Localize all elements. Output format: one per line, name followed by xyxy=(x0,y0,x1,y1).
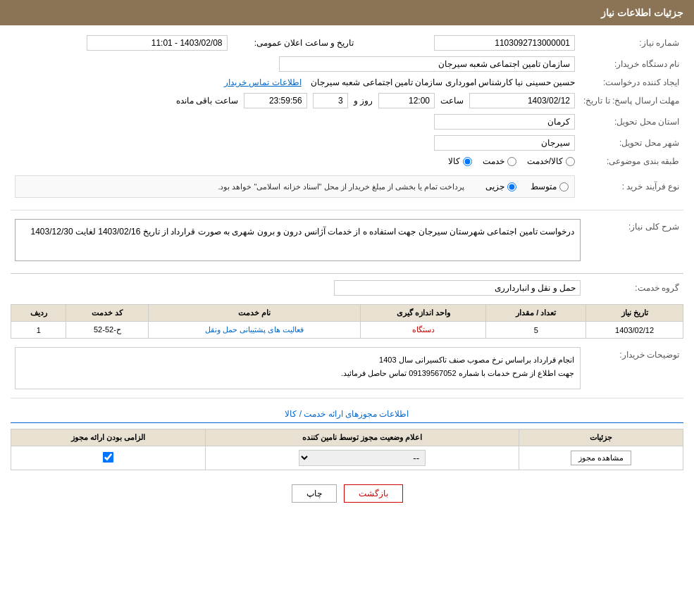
category-goods-service-option[interactable]: کالا/خدمت xyxy=(527,156,575,166)
general-desc-label: شرح کلی نیاز: xyxy=(585,216,683,264)
perm-col-required-header: الزامی بودن ارائه مجوز xyxy=(11,429,206,446)
process-radio-group: متوسط جزیی xyxy=(485,182,569,191)
deadline-remaining-label: ساعت باقی مانده xyxy=(176,96,238,106)
buyer-org-field: سازمان تامین اجتماعی شعبه سیرجان xyxy=(279,56,575,72)
date-time-value-cell: 1403/02/08 - 11:01 xyxy=(11,32,232,54)
process-partial-option[interactable]: جزیی xyxy=(485,182,516,191)
deadline-label: مهلت ارسال پاسخ: تا تاریخ: xyxy=(579,90,683,111)
description-table: شرح کلی نیاز: درخواست تامین اجتماعی شهرس… xyxy=(11,216,683,264)
need-number-field: 1103092713000001 xyxy=(434,35,575,51)
need-number-value: 1103092713000001 xyxy=(359,32,579,54)
perm-details-cell: مشاهده مجوز xyxy=(519,446,683,470)
category-service-option[interactable]: خدمت xyxy=(483,156,516,166)
city-field: سیرجان xyxy=(434,135,575,151)
category-label: طبقه بندی موضوعی: xyxy=(579,153,683,169)
service-group-label: گروه خدمت: xyxy=(585,277,683,298)
process-medium-radio[interactable] xyxy=(559,182,569,191)
perm-col-status-header: اعلام وضعیت مجوز توسط نامین کننده xyxy=(206,429,519,446)
buyer-notes-box: انجام قرارداد براساس نرخ مصوب صنف تاکسیر… xyxy=(15,347,581,389)
col-name-header: نام خدمت xyxy=(149,305,361,322)
col-code-header: کد خدمت xyxy=(66,305,149,322)
service-group-table: گروه خدمت: حمل و نقل و انباردارری xyxy=(11,277,683,298)
row1-code: ح-52-52 xyxy=(66,322,149,339)
page-title: جزئیات اطلاعات نیاز xyxy=(601,7,683,18)
buyer-notes-line1: انجام قرارداد براساس نرخ مصوب صنف تاکسیر… xyxy=(21,353,574,367)
permits-link[interactable]: اطلاعات مجوزهای ارائه خدمت / کالا xyxy=(11,406,683,423)
category-service-label: خدمت xyxy=(483,156,504,166)
province-value: کرمان xyxy=(11,111,579,132)
deadline-value: 1403/02/12 ساعت 12:00 روز و 3 23:59:56 س… xyxy=(11,90,579,111)
perm-col-details-header: جزئیات xyxy=(519,429,683,446)
province-label: استان محل تحویل: xyxy=(579,111,683,132)
city-label: شهر محل تحویل: xyxy=(579,132,683,153)
row1-qty: 5 xyxy=(486,322,586,339)
process-note-text: پرداخت تمام یا بخشی از مبلغ خریدار از مح… xyxy=(218,182,464,191)
deadline-remaining-field: 23:59:56 xyxy=(244,93,307,108)
service-group-value: حمل و نقل و انباردارری xyxy=(11,277,585,298)
process-type-value: متوسط جزیی پرداخت تمام یا بخشی از مبلغ خ… xyxy=(11,169,579,204)
process-medium-option[interactable]: متوسط xyxy=(531,182,569,191)
city-value: سیرجان xyxy=(11,132,579,153)
permits-link-container: اطلاعات مجوزهای ارائه خدمت / کالا xyxy=(11,406,683,423)
deadline-row: 1403/02/12 ساعت 12:00 روز و 3 23:59:56 س… xyxy=(15,93,575,108)
category-value: کالا/خدمت خدمت کالا xyxy=(11,153,579,169)
services-table: تاریخ نیاز تعداد / مقدار واحد اندازه گیر… xyxy=(11,304,683,339)
process-section: متوسط جزیی پرداخت تمام یا بخشی از مبلغ خ… xyxy=(15,175,575,198)
category-goods-label: کالا xyxy=(448,156,460,166)
creator-label: ایجاد کننده درخواست: xyxy=(579,75,683,90)
col-row-header: ردیف xyxy=(11,305,66,322)
permits-table: جزئیات اعلام وضعیت مجوز توسط نامین کننده… xyxy=(11,429,683,470)
service-group-field: حمل و نقل و انباردارری xyxy=(334,280,581,296)
buyer-notes-line2: جهت اطلاع از شرح خدمات با شماره 09139567… xyxy=(21,367,574,380)
general-desc-text: درخواست تامین اجتماعی شهرستان سیرجان جهت… xyxy=(31,227,574,237)
row1-date: 1403/02/12 xyxy=(586,322,683,339)
category-goods-service-label: کالا/خدمت xyxy=(527,156,563,166)
process-type-label: نوع فرآیند خرید : xyxy=(579,169,683,204)
process-partial-radio[interactable] xyxy=(507,182,516,191)
col-date-header: تاریخ نیاز xyxy=(586,305,683,322)
deadline-days-field: 3 xyxy=(313,93,348,108)
footer-buttons: بازگشت چاپ xyxy=(11,484,683,503)
deadline-time-field: 12:00 xyxy=(378,93,435,108)
contact-link[interactable]: اطلاعات تماس خریدار xyxy=(224,77,302,87)
date-time-label-cell: تاریخ و ساعت اعلان عمومی: xyxy=(232,32,359,54)
buyer-notes-table: توضیحات خریدار: انجام قرارداد براساس نرخ… xyxy=(11,344,683,392)
col-unit-header: واحد اندازه گیری xyxy=(361,305,486,322)
back-button[interactable]: بازگشت xyxy=(344,484,403,503)
perm-table-row: مشاهده مجوز -- xyxy=(11,446,683,470)
perm-status-select[interactable]: -- xyxy=(299,450,426,466)
deadline-date-field: 1403/02/12 xyxy=(469,93,575,108)
row1-unit: دستگاه xyxy=(361,322,486,339)
general-desc-box: درخواست تامین اجتماعی شهرستان سیرجان جهت… xyxy=(15,219,581,261)
category-goods-service-radio[interactable] xyxy=(566,157,575,166)
category-goods-option[interactable]: کالا xyxy=(448,156,472,166)
row1-index: 1 xyxy=(11,322,66,339)
category-goods-radio[interactable] xyxy=(463,157,472,166)
need-number-label: شماره نیاز: xyxy=(579,32,683,54)
general-desc-value: درخواست تامین اجتماعی شهرستان سیرجان جهت… xyxy=(11,216,585,264)
process-partial-label: جزیی xyxy=(485,182,504,191)
perm-required-checkbox[interactable] xyxy=(103,452,114,463)
col-qty-header: تعداد / مقدار xyxy=(486,305,586,322)
basic-info-table: شماره نیاز: 1103092713000001 تاریخ و ساع… xyxy=(11,32,683,204)
buyer-org-value: سازمان تامین اجتماعی شعبه سیرجان xyxy=(11,54,579,75)
buyer-notes-label: توضیحات خریدار: xyxy=(585,344,683,392)
page-container: جزئیات اطلاعات نیاز شماره نیاز: 11030927… xyxy=(0,0,694,616)
view-permit-button[interactable]: مشاهده مجوز xyxy=(571,451,631,465)
main-content: شماره نیاز: 1103092713000001 تاریخ و ساع… xyxy=(0,25,694,524)
process-row: متوسط جزیی پرداخت تمام یا بخشی از مبلغ خ… xyxy=(21,182,569,191)
row1-name: فعالیت های پشتیبانی حمل ونقل xyxy=(149,322,361,339)
province-field: کرمان xyxy=(434,114,575,130)
buyer-notes-value: انجام قرارداد براساس نرخ مصوب صنف تاکسیر… xyxy=(11,344,585,392)
print-button[interactable]: چاپ xyxy=(292,484,337,503)
perm-status-cell: -- xyxy=(206,446,519,470)
perm-required-cell xyxy=(11,446,206,470)
deadline-time-label: ساعت xyxy=(440,96,464,106)
table-row: 1403/02/12 5 دستگاه فعالیت های پشتیبانی … xyxy=(11,322,683,339)
date-time-field: 1403/02/08 - 11:01 xyxy=(87,35,228,51)
process-medium-label: متوسط xyxy=(531,182,557,191)
category-service-radio[interactable] xyxy=(507,157,516,166)
buyer-org-label: نام دستگاه خریدار: xyxy=(579,54,683,75)
creator-value: حسین حسینی نیا کارشناس امورداری سازمان ت… xyxy=(11,75,579,90)
page-header: جزئیات اطلاعات نیاز xyxy=(0,0,694,25)
